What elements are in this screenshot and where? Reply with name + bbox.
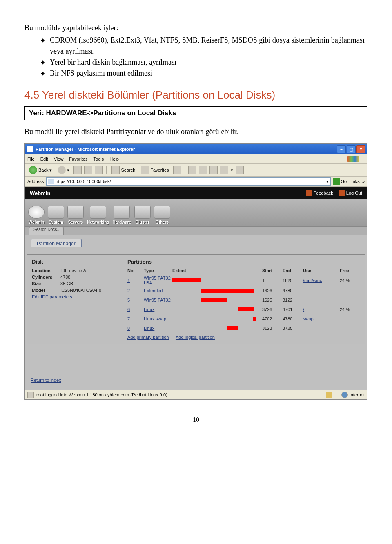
partition-no-link[interactable]: 2 bbox=[127, 288, 130, 293]
menu-view[interactable]: View bbox=[54, 157, 64, 161]
go-button[interactable]: Go bbox=[333, 178, 347, 185]
back-label: Back bbox=[38, 168, 48, 172]
page-icon bbox=[48, 179, 54, 184]
nav-webmin[interactable]: Webmin bbox=[28, 206, 45, 226]
mail-icon[interactable] bbox=[188, 166, 196, 174]
menu-file[interactable]: File bbox=[27, 157, 35, 161]
content-wrap: Disk Location IDE device A Cylinders 478… bbox=[25, 253, 367, 370]
bullet-item: CDROM (iso9660), Ext2,Ext3, Vfat, NTFS, … bbox=[41, 35, 368, 57]
cylinders-value: 4780 bbox=[60, 275, 117, 280]
extent-bar bbox=[201, 289, 254, 293]
ie-icon bbox=[27, 146, 33, 152]
use-link[interactable]: /mnt/winc bbox=[303, 278, 322, 283]
end-value: 4780 bbox=[283, 288, 303, 293]
partition-type-link[interactable]: Linux bbox=[144, 326, 154, 331]
address-bar: Address https://10.0.0.5:10000/fdisk/ ▾ … bbox=[25, 177, 367, 187]
partition-row: 5Win95 FAT3216263122 bbox=[127, 296, 360, 304]
back-button[interactable]: Back ▾ bbox=[27, 166, 53, 175]
page-number: 10 bbox=[24, 416, 368, 423]
nav-label: Servers bbox=[68, 220, 83, 224]
partition-type-link[interactable]: Win95 FAT32 LBA bbox=[144, 275, 171, 285]
nav-others[interactable]: Others bbox=[154, 206, 170, 226]
maximize-button[interactable]: ▢ bbox=[347, 145, 356, 153]
extent-bar bbox=[227, 326, 238, 330]
refresh-icon[interactable] bbox=[84, 166, 92, 174]
add-primary-link[interactable]: Add primary partition bbox=[127, 335, 169, 340]
return-to-index-link[interactable]: Return to index bbox=[31, 378, 61, 383]
partition-no-link[interactable]: 6 bbox=[127, 307, 130, 312]
partition-type-link[interactable]: Win95 FAT32 bbox=[144, 298, 171, 302]
search-docs-tab[interactable]: Search Docs.. bbox=[29, 227, 64, 235]
nav-hardware[interactable]: Hardware bbox=[112, 206, 131, 226]
use-link[interactable]: / bbox=[303, 307, 304, 312]
bullet-item: Yerel bir hard diskin bağlanması, ayrılm… bbox=[41, 57, 368, 68]
chevron-down-icon[interactable]: ▾ bbox=[326, 179, 329, 184]
chevron-down-icon: ▾ bbox=[67, 168, 69, 173]
window-titlebar: Partition Manager - Microsoft Internet E… bbox=[25, 144, 367, 154]
media-icon[interactable] bbox=[173, 166, 181, 174]
partition-type-link[interactable]: Linux bbox=[144, 307, 154, 312]
menu-help[interactable]: Help bbox=[109, 157, 119, 161]
size-key: Size bbox=[32, 281, 60, 286]
minimize-button[interactable]: – bbox=[337, 145, 346, 153]
links-label[interactable]: Links bbox=[349, 179, 360, 184]
add-logical-link[interactable]: Add logical partition bbox=[176, 335, 215, 340]
edit-ide-link[interactable]: Edit IDE parameters bbox=[32, 294, 72, 299]
forward-button[interactable]: ▾ bbox=[56, 166, 71, 175]
model-value: IC25N040ATCS04-0 bbox=[60, 288, 117, 293]
use-link[interactable]: swap bbox=[303, 316, 314, 321]
print-icon[interactable] bbox=[199, 166, 207, 174]
menu-tools[interactable]: Tools bbox=[94, 157, 104, 161]
partition-row: 6Linux37264701/24 % bbox=[127, 305, 360, 313]
discuss-icon[interactable] bbox=[236, 166, 244, 174]
favorites-label: Favorites bbox=[150, 168, 169, 172]
edit-icon[interactable] bbox=[209, 166, 218, 174]
description: Bu modül ile yerel diskteki Partitisyonl… bbox=[24, 128, 368, 136]
nav-servers[interactable]: Servers bbox=[67, 206, 84, 226]
lock-icon bbox=[326, 392, 332, 398]
add-partition-links: Add primary partition Add logical partit… bbox=[127, 335, 360, 340]
url-text: https://10.0.0.5:10000/fdisk/ bbox=[56, 179, 111, 184]
home-icon[interactable] bbox=[95, 166, 103, 174]
page-icon bbox=[27, 392, 34, 398]
nav-label: Cluster bbox=[136, 220, 149, 224]
favorites-button[interactable]: Favorites bbox=[139, 166, 170, 175]
menu-favorites[interactable]: Favorites bbox=[69, 157, 87, 161]
section-heading: 4.5 Yerel diskteki Bölümler (Partitions … bbox=[24, 89, 368, 101]
zone-text: Internet bbox=[350, 392, 365, 397]
partition-no-link[interactable]: 5 bbox=[127, 298, 130, 302]
word-icon[interactable] bbox=[220, 166, 228, 174]
col-use: Use bbox=[303, 268, 340, 273]
stop-icon[interactable] bbox=[74, 166, 82, 174]
nav-cluster[interactable]: Cluster bbox=[134, 206, 151, 226]
nav-system[interactable]: System bbox=[48, 206, 64, 226]
logout-link[interactable]: Log Out bbox=[339, 190, 362, 196]
use-cell: /mnt/winc bbox=[303, 278, 340, 283]
extent-bar-cell bbox=[172, 288, 262, 293]
partition-type-link[interactable]: Extended bbox=[144, 288, 163, 293]
nav-label: Hardware bbox=[112, 220, 131, 224]
end-value: 1625 bbox=[283, 278, 303, 283]
others-icon bbox=[154, 206, 170, 219]
partition-type-link[interactable]: Linux swap bbox=[144, 316, 166, 321]
start-value: 3123 bbox=[262, 326, 283, 331]
bullet-list: CDROM (iso9660), Ext2,Ext3, Vfat, NTFS, … bbox=[41, 35, 368, 79]
menu-edit[interactable]: Edit bbox=[40, 157, 48, 161]
nav-networking[interactable]: Networking bbox=[87, 206, 109, 226]
extent-bar bbox=[201, 298, 227, 302]
chevron-down-icon: ▾ bbox=[231, 168, 233, 173]
logout-icon bbox=[339, 190, 345, 196]
address-input[interactable]: https://10.0.0.5:10000/fdisk/ ▾ bbox=[46, 177, 330, 186]
close-button[interactable]: × bbox=[356, 145, 365, 153]
partition-no-link[interactable]: 1 bbox=[127, 278, 130, 283]
module-tab-partition-manager[interactable]: Partition Manager bbox=[31, 239, 82, 247]
partition-no-link[interactable]: 8 bbox=[127, 326, 130, 331]
cluster-icon bbox=[134, 206, 151, 219]
nav-label: Networking bbox=[87, 220, 109, 224]
search-button[interactable]: Search bbox=[110, 166, 137, 175]
feedback-link[interactable]: Feedback bbox=[306, 190, 333, 196]
extent-bar-cell bbox=[172, 297, 262, 303]
partition-no-link[interactable]: 7 bbox=[127, 316, 130, 321]
status-bar: root logged into Webmin 1.180 on aybiem.… bbox=[25, 390, 367, 399]
col-free: Free bbox=[340, 268, 360, 273]
